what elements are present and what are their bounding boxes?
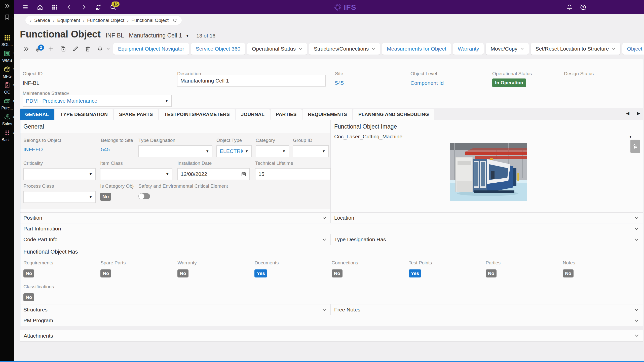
delete-trash-icon[interactable]: [82, 43, 94, 55]
criticality-select[interactable]: ▼: [23, 168, 96, 180]
maintenance-strategy-select[interactable]: PDM - Predictive Maintenance ▼: [23, 95, 172, 107]
command-button-service-object-360[interactable]: Service Object 360: [191, 43, 245, 55]
breadcrumb: ›Service›Equipment›Functional Object›Fun…: [25, 16, 182, 25]
command-button-warranty[interactable]: Warranty: [453, 43, 484, 55]
chevron-down-icon[interactable]: [634, 319, 639, 322]
refresh-icon[interactable]: [172, 18, 177, 23]
description-input[interactable]: [180, 78, 322, 84]
tab-parties[interactable]: PARTIES: [271, 109, 302, 120]
tab-journal[interactable]: JOURNAL: [236, 109, 270, 120]
chevron-down-icon[interactable]: [322, 217, 326, 219]
section-code-part-info[interactable]: Code Part Info: [20, 234, 331, 245]
safety-critical-toggle[interactable]: [138, 193, 150, 199]
sidebar-item-qc[interactable]: ›QC: [0, 82, 14, 98]
edit-pencil-icon[interactable]: [69, 43, 82, 55]
breadcrumb-item[interactable]: Functional Object: [131, 18, 169, 23]
bookmark-icon[interactable]: ›: [4, 14, 10, 20]
sidebar-item-sales[interactable]: $›Sales: [0, 113, 14, 129]
forward-icon[interactable]: [80, 4, 87, 11]
tab-type-designation[interactable]: TYPE DESIGNATION: [55, 109, 113, 120]
site-link[interactable]: 545: [335, 80, 344, 86]
section-location[interactable]: Location: [331, 213, 643, 223]
chevron-down-icon[interactable]: [634, 227, 639, 230]
item-class-select[interactable]: ▼: [100, 168, 172, 180]
menu-icon[interactable]: [22, 4, 29, 11]
command-button-move-copy[interactable]: Move/Copy: [486, 43, 528, 55]
tab-spare-parts[interactable]: SPARE PARTS: [114, 109, 158, 120]
tab-requirements[interactable]: REQUIREMENTS: [302, 109, 352, 120]
chevron-down-icon[interactable]: [634, 308, 639, 311]
record-selector[interactable]: INF-BL - Manufacturing Cell 1 ▼: [106, 32, 189, 39]
command-button-measurements-for-object[interactable]: Measurements for Object: [382, 43, 451, 55]
duplicate-icon[interactable]: [57, 43, 69, 55]
type-designation-select[interactable]: ▼: [138, 145, 212, 157]
expand-toolbar-icon[interactable]: [20, 43, 32, 55]
breadcrumb-item[interactable]: Equipment: [57, 18, 80, 23]
breadcrumb-item[interactable]: Functional Object: [87, 18, 124, 23]
technical-lifetime-field[interactable]: [255, 168, 331, 180]
chevron-down-icon[interactable]: [634, 217, 639, 219]
calendar-icon[interactable]: [241, 171, 246, 177]
sidebar-item-basic[interactable]: ›Basi...: [0, 129, 14, 145]
notifications-bell-icon[interactable]: [566, 4, 573, 11]
object-type-select[interactable]: ELECTRICAL -... ▼: [216, 145, 252, 157]
sidebar-item-mfg[interactable]: ›MFG: [0, 66, 14, 82]
installation-date-input[interactable]: [181, 171, 241, 177]
installation-date-field[interactable]: [177, 168, 250, 180]
sidebar-item-sol[interactable]: SOL...: [0, 34, 14, 50]
belongs-to-object-link[interactable]: INFEED: [23, 146, 96, 152]
chevron-down-icon: [298, 48, 302, 50]
tab-planning-and-scheduling[interactable]: PLANNING AND SCHEDULING: [353, 109, 434, 120]
search-icon[interactable]: 16: [109, 4, 117, 11]
breadcrumb-item[interactable]: Service: [34, 18, 50, 23]
section-position[interactable]: Position: [20, 213, 331, 223]
section-pm-program[interactable]: PM Program: [20, 315, 643, 326]
chevron-down-icon[interactable]: [322, 238, 326, 241]
group-id-select[interactable]: ▼: [293, 145, 329, 157]
clipboard-x-icon: [4, 82, 11, 89]
chevron-down-icon[interactable]: [322, 308, 326, 311]
section-free-notes[interactable]: Free Notes: [331, 304, 643, 315]
section-label: Free Notes: [334, 307, 360, 313]
tab-scroll-left-icon[interactable]: ◀: [626, 111, 629, 116]
object-level-link[interactable]: Component Id: [410, 80, 444, 86]
chevron-down-icon[interactable]: [634, 238, 639, 241]
command-button-set-reset-location-to-structure[interactable]: Set/Reset Location to Structure: [531, 43, 620, 55]
back-icon[interactable]: [66, 4, 73, 11]
tab-scroll-right-icon[interactable]: ▶: [637, 111, 640, 116]
description-field[interactable]: [177, 75, 326, 87]
section-structures[interactable]: Structures: [20, 304, 331, 315]
home-icon[interactable]: [36, 4, 44, 11]
sidebar-expand-icon[interactable]: [4, 3, 10, 9]
section-part-information[interactable]: Part Information: [20, 223, 643, 234]
belongs-to-site-link[interactable]: 545: [101, 146, 136, 152]
process-class-select[interactable]: ▼: [23, 191, 96, 203]
command-button-structures-connections[interactable]: Structures/Connections: [309, 43, 380, 55]
add-icon[interactable]: [45, 43, 57, 55]
tab-testpoints-parameters[interactable]: TESTPOINTS/PARAMETERS: [159, 109, 235, 120]
field-label: Technical Lifetime: [255, 160, 331, 167]
category-select[interactable]: ▼: [256, 145, 289, 157]
help-icon[interactable]: ?: [580, 4, 587, 11]
refresh-icon[interactable]: [95, 4, 102, 11]
attachments-paperclip-icon[interactable]: 2: [32, 43, 45, 55]
technical-lifetime-input[interactable]: [258, 171, 327, 177]
command-button-equipment-object-navigator[interactable]: Equipment Object Navigator: [113, 43, 189, 55]
image-select[interactable]: Cnc_Laser_Cutting_Machine ▼: [334, 134, 643, 140]
section-type-designation-has[interactable]: Type Designation Has: [331, 234, 643, 245]
image-adjust-button[interactable]: [630, 140, 640, 153]
sidebar-item-purchasing[interactable]: ›Purc...: [0, 98, 14, 113]
command-button-object-cost-year[interactable]: Object Cost/Year: [622, 43, 644, 55]
sidebar-item-label: QC: [4, 90, 10, 95]
section-attachments[interactable]: Attachments: [20, 330, 643, 342]
chevron-down-icon[interactable]: [105, 43, 111, 55]
section-label: Attachments: [24, 333, 53, 339]
notify-bell-icon[interactable]: [94, 43, 106, 55]
apps-grid-icon[interactable]: [51, 4, 58, 11]
sidebar-item-wms[interactable]: ›WMS: [0, 50, 14, 66]
sidebar-item-label: Purc...: [1, 106, 13, 110]
tab-general[interactable]: GENERAL: [20, 109, 54, 120]
sidebar-item-label: SOL...: [2, 43, 13, 47]
command-button-operational-status[interactable]: Operational Status: [247, 43, 307, 55]
chevron-down-icon[interactable]: [635, 334, 639, 337]
